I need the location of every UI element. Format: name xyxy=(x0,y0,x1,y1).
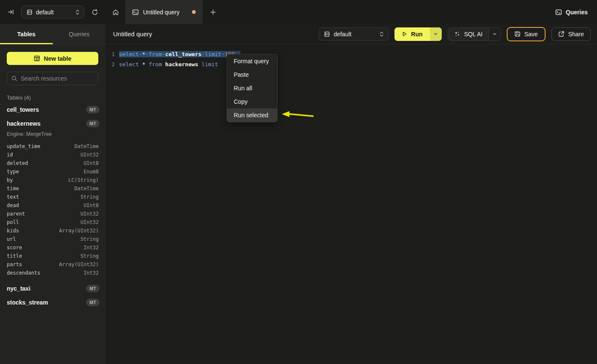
column-name: by xyxy=(7,177,13,183)
tab-strip: Untitled query xyxy=(105,0,555,24)
database-icon xyxy=(27,9,32,15)
column-name: id xyxy=(7,152,13,158)
column-name: kids xyxy=(7,228,19,234)
column-row: parentUInt32 xyxy=(0,210,105,218)
share-button-label: Share xyxy=(568,31,584,38)
column-type: DateTime xyxy=(74,143,99,149)
line-number: 1 xyxy=(105,51,119,57)
column-type: UInt32 xyxy=(81,219,99,225)
sql-editor[interactable]: 1select * from cell_towers limit 1002sel… xyxy=(105,44,597,364)
table-item-cell_towers[interactable]: cell_towersMT xyxy=(0,102,105,116)
column-name: parent xyxy=(7,211,25,217)
code-line-1[interactable]: 1select * from cell_towers limit 100 xyxy=(105,49,597,59)
column-row: byLC(String) xyxy=(0,176,105,184)
new-table-button[interactable]: New table xyxy=(7,52,98,65)
code-text: select * from hackernews limit xyxy=(119,61,218,67)
new-tab-button[interactable] xyxy=(203,0,224,24)
context-menu-item-paste[interactable]: Paste xyxy=(227,68,277,81)
refresh-icon[interactable] xyxy=(89,7,100,18)
table-name: stocks_stream xyxy=(7,299,48,306)
column-type: String xyxy=(81,194,99,200)
context-menu: Format queryPasteRun allCopyRun selected xyxy=(227,54,278,122)
queries-button-label: Queries xyxy=(566,9,588,16)
terminal-icon xyxy=(555,9,562,16)
updown-chevrons-icon xyxy=(379,31,384,37)
column-name: text xyxy=(7,194,19,200)
context-menu-item-run-all[interactable]: Run all xyxy=(227,81,277,95)
context-menu-item-format-query[interactable]: Format query xyxy=(227,54,277,68)
column-name: title xyxy=(7,253,22,259)
code-line-2[interactable]: 2select * from hackernews limit xyxy=(105,59,597,69)
collapse-sidebar-icon[interactable] xyxy=(5,7,16,18)
database-icon xyxy=(324,31,330,37)
column-row: typeEnum8 xyxy=(0,167,105,176)
column-type: Int32 xyxy=(84,245,99,251)
search-box[interactable] xyxy=(7,72,98,85)
engine-badge: MT xyxy=(86,120,100,127)
column-type: Array(UInt32) xyxy=(59,262,99,267)
terminal-icon xyxy=(132,9,139,16)
sql-ai-main[interactable]: SQL AI xyxy=(448,28,489,40)
workspace: Tables Queries New table Tables (4) cell… xyxy=(0,24,597,364)
table-engine-label: Engine: MergeTree xyxy=(0,130,105,140)
search-icon xyxy=(11,75,17,81)
context-menu-item-copy[interactable]: Copy xyxy=(227,95,277,108)
top-bar: default Untitled query xyxy=(0,0,597,24)
sidebar-tabs: Tables Queries xyxy=(0,24,105,44)
sql-ai-button[interactable]: SQL AI xyxy=(448,27,501,41)
topbar-database-selector[interactable]: default xyxy=(21,5,84,19)
query-database-selector[interactable]: default xyxy=(319,27,389,40)
table-name: cell_towers xyxy=(7,106,39,113)
run-options-caret[interactable] xyxy=(430,27,442,41)
sidebar-tab-tables[interactable]: Tables xyxy=(0,24,53,44)
unsaved-changes-dot xyxy=(192,10,196,14)
toolbar-right: default Run xyxy=(319,27,591,41)
column-type: UInt32 xyxy=(81,211,99,217)
main-area: Untitled query default xyxy=(105,24,597,364)
engine-badge: MT xyxy=(86,285,100,292)
query-toolbar: Untitled query default xyxy=(105,24,597,44)
share-button[interactable]: Share xyxy=(551,27,591,41)
table-item-nyc_taxi[interactable]: nyc_taxiMT xyxy=(0,281,105,295)
tab-home[interactable] xyxy=(105,0,125,24)
query-database-value: default xyxy=(334,31,351,38)
column-type: String xyxy=(81,253,99,259)
column-name: time xyxy=(7,186,19,191)
tables-list: cell_towersMThackernewsMTEngine: MergeTr… xyxy=(0,102,105,309)
column-name: dead xyxy=(7,202,19,208)
column-name: type xyxy=(7,169,19,175)
updown-chevrons-icon xyxy=(75,9,80,15)
column-row: idUInt32 xyxy=(0,151,105,159)
context-menu-item-run-selected[interactable]: Run selected xyxy=(227,108,277,122)
tab-untitled-query[interactable]: Untitled query xyxy=(125,0,203,24)
table-name: nyc_taxi xyxy=(7,285,30,292)
column-type: LC(String) xyxy=(68,177,99,183)
run-button[interactable]: Run xyxy=(394,27,442,41)
queries-button[interactable]: Queries xyxy=(555,9,588,16)
home-icon xyxy=(112,9,119,16)
engine-badge: MT xyxy=(86,299,100,306)
table-grid-icon xyxy=(34,55,40,62)
column-name: poll xyxy=(7,219,19,225)
new-table-label: New table xyxy=(44,55,71,62)
table-item-hackernews[interactable]: hackernewsMT xyxy=(0,116,105,130)
column-row: pollUInt32 xyxy=(0,218,105,226)
run-button-main[interactable]: Run xyxy=(394,27,430,41)
sql-ai-label: SQL AI xyxy=(464,31,483,38)
column-name: update_time xyxy=(7,143,40,149)
column-row: descendantsInt32 xyxy=(0,269,105,277)
sql-ai-caret[interactable] xyxy=(489,28,500,40)
search-input[interactable] xyxy=(21,75,94,82)
column-row: deletedUInt8 xyxy=(0,159,105,167)
sidebar-tab-queries[interactable]: Queries xyxy=(53,24,105,44)
table-item-stocks_stream[interactable]: stocks_streamMT xyxy=(0,295,105,309)
column-row: deadUInt8 xyxy=(0,201,105,210)
column-row: scoreInt32 xyxy=(0,243,105,252)
chevron-down-icon xyxy=(433,32,438,36)
play-icon xyxy=(402,31,407,37)
column-row: update_timeDateTime xyxy=(0,142,105,151)
column-row: timeDateTime xyxy=(0,184,105,193)
column-name: url xyxy=(7,236,16,242)
selected-code-text: select * from cell_towers limit 100 xyxy=(119,51,240,57)
save-button[interactable]: Save xyxy=(507,27,546,41)
